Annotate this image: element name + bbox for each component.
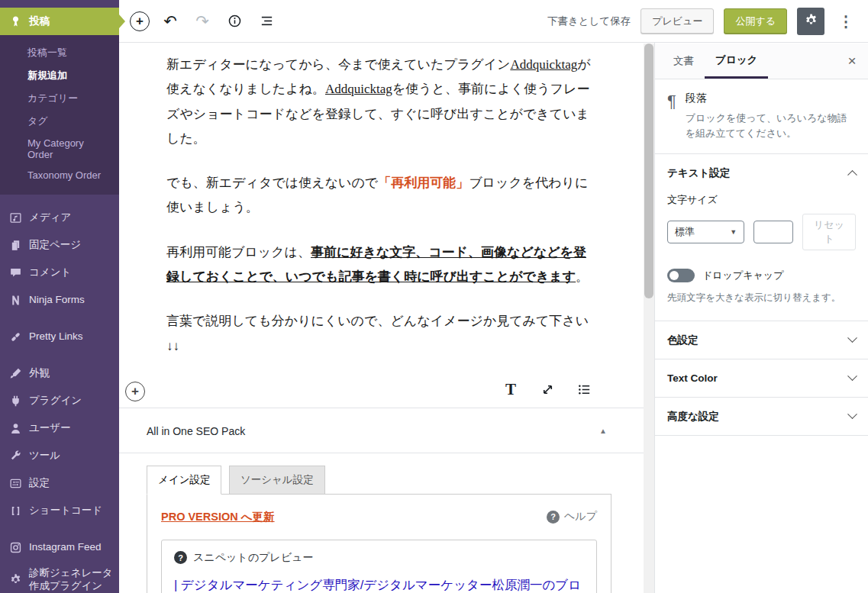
sidebar-item-plugins[interactable]: プラグイン xyxy=(0,387,119,414)
close-icon: × xyxy=(847,53,856,69)
posts-submenu: 投稿一覧 新規追加 カテゴリー タグ My Category Order Tax… xyxy=(0,35,119,195)
aioseo-title-row[interactable]: All in One SEO Pack ▲ xyxy=(147,408,611,453)
sidebar-item-pretty-links[interactable]: Pretty Links xyxy=(0,323,119,350)
submenu-item-taxonomy-order[interactable]: Taxonomy Order xyxy=(0,165,119,185)
menu-spacer xyxy=(0,195,119,204)
submenu-item-all-posts[interactable]: 投稿一覧 xyxy=(0,41,119,64)
expand-fullscreen-button[interactable] xyxy=(537,380,557,400)
submenu-item-add-new[interactable]: 新規追加 xyxy=(0,64,119,87)
vertical-scrollbar-track[interactable] xyxy=(644,44,654,593)
submenu-item-categories[interactable]: カテゴリー xyxy=(0,87,119,110)
chevron-down-icon xyxy=(847,333,857,343)
font-size-label: 文字サイズ xyxy=(667,193,856,207)
more-options-button[interactable]: ⋮ xyxy=(834,10,857,33)
sidebar-item-settings[interactable]: 設定 xyxy=(0,469,119,497)
preview-button[interactable]: プレビュー xyxy=(641,8,714,34)
aioseo-main-panel: PRO VERSION へ更新 ? ヘルプ ? スニペットのプレビュー | デジ… xyxy=(147,494,611,593)
block-settings-sidebar: 文書 ブロック × ¶ 段落 ブロックを使って、いろいろな物語を組み立ててくださ… xyxy=(654,0,868,593)
sidebar-item-media[interactable]: メディア xyxy=(0,204,119,231)
chevron-down-icon xyxy=(847,371,857,381)
block-card: ¶ 段落 ブロックを使って、いろいろな物語を組み立ててください。 xyxy=(655,79,868,153)
color-settings-header[interactable]: 色設定 xyxy=(655,321,868,359)
sidebar-item-label: 設定 xyxy=(29,477,50,490)
list-block-button[interactable] xyxy=(574,380,594,400)
admin-sidebar: 投稿 投稿一覧 新規追加 カテゴリー タグ My Category Order … xyxy=(0,0,119,593)
tab-block[interactable]: ブロック xyxy=(705,44,768,79)
tab-document[interactable]: 文書 xyxy=(663,44,705,79)
sidebar-item-label: メディア xyxy=(29,211,71,224)
sidebar-tabs-header: 文書 ブロック × xyxy=(655,44,868,79)
sidebar-item-shortcode[interactable]: ショートコード xyxy=(0,497,119,524)
block-navigation-button[interactable] xyxy=(255,10,278,33)
sidebar-item-pages[interactable]: 固定ページ xyxy=(0,231,119,259)
chevron-down-icon xyxy=(847,409,857,419)
editor-toolbar: + ↶ ↷ 下書きとして保存 プレビュー 公開する ⋮ xyxy=(119,0,868,43)
text-color-header[interactable]: Text Color xyxy=(655,359,868,397)
settings-gear-button[interactable] xyxy=(797,8,824,35)
addquicktag-link[interactable]: Addquicktag xyxy=(325,82,392,96)
sidebar-item-instagram-feed[interactable]: Instagram Feed xyxy=(0,533,119,561)
tab-main-settings[interactable]: メイン設定 xyxy=(147,466,221,495)
font-size-number-input[interactable] xyxy=(753,221,793,243)
info-icon xyxy=(227,14,242,29)
bulleted-list-icon xyxy=(576,382,592,398)
paragraph-block-4[interactable]: 言葉で説明しても分かりにくいので、どんなイメージか見てみて下さい↓↓ xyxy=(166,309,594,359)
font-size-select[interactable]: 標準 ▼ xyxy=(667,221,744,243)
panel-title: 高度な設定 xyxy=(667,410,719,424)
pushpin-icon xyxy=(8,14,23,29)
chevron-up-icon xyxy=(847,170,857,180)
tab-social-settings[interactable]: ソーシャル設定 xyxy=(229,466,325,495)
font-size-reset-button[interactable]: リセット xyxy=(802,214,856,250)
ninja-forms-icon xyxy=(8,292,23,308)
pro-version-link[interactable]: PRO VERSION へ更新 xyxy=(161,510,275,524)
control-panel-icon xyxy=(8,475,23,491)
close-sidebar-button[interactable]: × xyxy=(836,44,868,79)
highlighted-text: 「再利用可能」 xyxy=(378,176,469,190)
paragraph-block-1[interactable]: 新エディターになってから、今まで使えていたプラグインAddquicktagが使え… xyxy=(166,53,594,151)
help-link[interactable]: ? ヘルプ xyxy=(547,510,597,524)
dropcap-help-text: 先頭文字を大きな表示に切り替えます。 xyxy=(667,291,856,305)
sidebar-item-diagnosis-generator[interactable]: 診断ジェネレータ作成プラグイン xyxy=(0,561,119,593)
sidebar-item-tools[interactable]: ツール xyxy=(0,442,119,469)
sidebar-item-posts[interactable]: 投稿 xyxy=(0,8,119,35)
submenu-item-my-category-order[interactable]: My Category Order xyxy=(0,133,119,165)
user-icon xyxy=(8,421,23,436)
sidebar-item-appearance[interactable]: 外観 xyxy=(0,359,119,387)
aioseo-tabs: メイン設定 ソーシャル設定 xyxy=(147,465,611,494)
gear-icon xyxy=(804,13,818,30)
block-description: ブロックを使って、いろいろな物語を組み立ててください。 xyxy=(686,111,847,141)
add-block-button[interactable]: + xyxy=(130,11,150,31)
pages-icon xyxy=(8,237,23,253)
vertical-scrollbar-thumb[interactable] xyxy=(644,44,653,298)
save-draft-button[interactable]: 下書きとして保存 xyxy=(547,15,631,28)
brackets-icon xyxy=(8,503,23,518)
submenu-item-tags[interactable]: タグ xyxy=(0,110,119,133)
text-block-button[interactable]: T xyxy=(501,380,521,400)
sidebar-item-comments[interactable]: コメント xyxy=(0,259,119,286)
addquicktag-link[interactable]: Addquicktag xyxy=(510,57,577,72)
paragraph-block-2[interactable]: でも、新エディタでは使えないので「再利用可能」ブロックを代わりに使いましょう。 xyxy=(166,171,594,221)
sidebar-item-label: 外観 xyxy=(29,367,50,380)
advanced-settings-panel: 高度な設定 xyxy=(655,397,868,436)
collapse-arrow-icon[interactable]: ▲ xyxy=(599,427,611,435)
text-settings-header[interactable]: テキスト設定 xyxy=(655,154,868,192)
sidebar-item-label: ショートコード xyxy=(29,504,102,517)
redo-icon: ↷ xyxy=(195,13,209,29)
dropcap-toggle[interactable] xyxy=(667,269,695,282)
redo-button[interactable]: ↷ xyxy=(191,10,214,33)
block-appender-row: + T xyxy=(166,379,594,408)
sidebar-item-ninja-forms[interactable]: Ninja Forms xyxy=(0,286,119,314)
content-structure-button[interactable] xyxy=(223,10,246,33)
plug-icon xyxy=(8,393,23,408)
metabox-divider xyxy=(119,453,644,453)
paragraph-block-3[interactable]: 再利用可能ブロックは、事前に好きな文字、コード、画像などなどを登録しておくことで… xyxy=(166,240,594,290)
undo-button[interactable]: ↶ xyxy=(159,10,182,33)
paintbrush-icon xyxy=(8,366,23,381)
snippet-page-title-link[interactable]: | デジタルマーケティング専門家/デジタルマーケッター松原潤一のブログ xyxy=(174,575,584,593)
add-block-inline-button[interactable]: + xyxy=(125,382,145,401)
sidebar-item-users[interactable]: ユーザー xyxy=(0,414,119,442)
panel-title: 色設定 xyxy=(667,334,699,347)
question-mark-icon[interactable]: ? xyxy=(174,551,187,564)
advanced-settings-header[interactable]: 高度な設定 xyxy=(655,398,868,435)
publish-button[interactable]: 公開する xyxy=(724,8,787,34)
